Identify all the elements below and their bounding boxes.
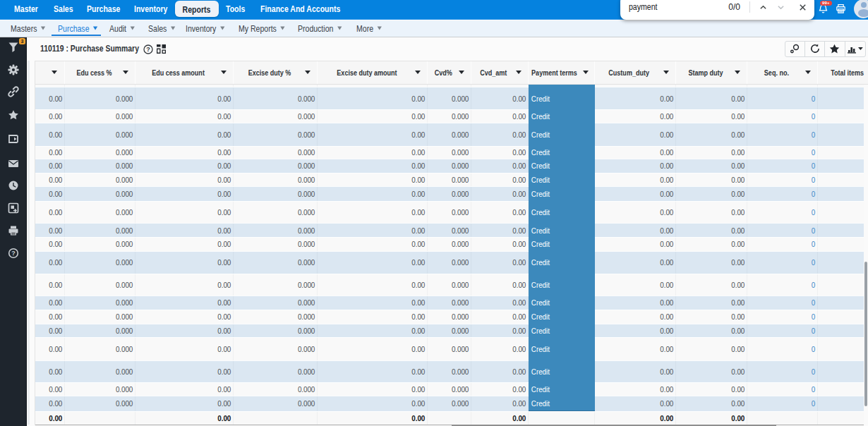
svg-text:?: ?: [11, 250, 16, 257]
svg-text:?: ?: [146, 46, 150, 53]
